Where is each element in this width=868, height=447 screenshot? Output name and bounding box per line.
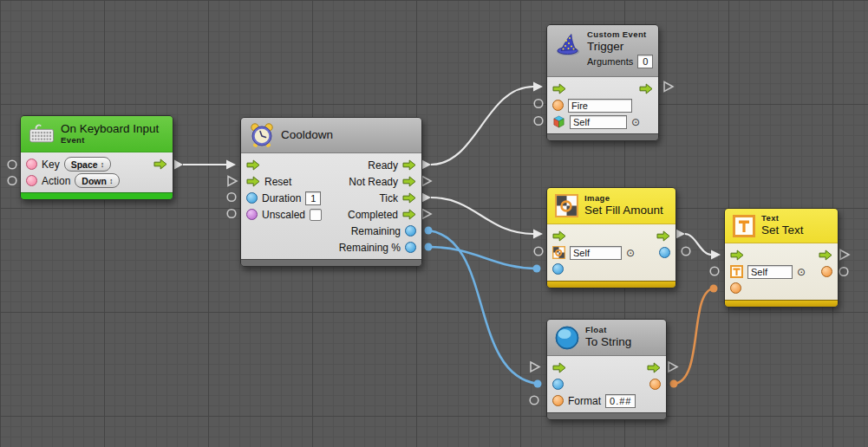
event-name-input[interactable]: Fire xyxy=(568,99,632,113)
tick-output-port[interactable] xyxy=(402,192,416,204)
event-name-port[interactable] xyxy=(552,100,564,111)
wire-ready-to-trigger[interactable] xyxy=(422,82,544,170)
updown-arrow-icon: ↕ xyxy=(109,177,114,185)
node-trigger-custom-event[interactable]: Custom Event Trigger Arguments 0 Fire xyxy=(546,24,659,141)
duration-input[interactable]: 1 xyxy=(305,191,321,205)
reset-input-port[interactable] xyxy=(246,176,260,187)
node-footer xyxy=(241,259,421,266)
flow-input-port[interactable] xyxy=(730,249,744,261)
node-title: Trigger xyxy=(587,40,653,54)
text-type-port-icon[interactable] xyxy=(730,265,743,278)
remaining-label: Remaining xyxy=(351,225,401,237)
node-category: Text xyxy=(761,214,804,224)
wire-remainingpct-to-setfill[interactable] xyxy=(425,243,541,273)
text-component-icon xyxy=(733,215,755,237)
flow-output-port[interactable] xyxy=(647,362,661,373)
remaining-pct-label: Remaining % xyxy=(339,242,401,254)
node-header[interactable]: On Keyboard Input Event xyxy=(21,116,173,152)
object-picker-icon[interactable]: ⊙ xyxy=(797,267,806,277)
target-input[interactable]: Self xyxy=(747,265,793,279)
result-output-port[interactable] xyxy=(659,247,670,258)
object-picker-icon[interactable]: ⊙ xyxy=(626,248,635,258)
arguments-label: Arguments xyxy=(587,56,633,68)
node-set-fill-amount[interactable]: Image Set Fill Amount Self xyxy=(546,187,676,288)
image-component-icon xyxy=(555,194,578,217)
graph-canvas[interactable]: On Keyboard Input Event Key Space↕ Actio… xyxy=(0,0,868,447)
action-port[interactable] xyxy=(26,175,37,186)
wire-tick-to-setfill[interactable] xyxy=(422,193,544,239)
node-footer xyxy=(21,192,173,199)
target-input[interactable]: Self xyxy=(570,246,622,260)
completed-output-port[interactable] xyxy=(402,209,416,220)
key-dropdown[interactable]: Space↕ xyxy=(64,157,111,172)
action-label: Action xyxy=(42,175,70,187)
duration-label: Duration xyxy=(262,192,301,204)
node-footer xyxy=(547,281,675,288)
node-header[interactable]: Float To String xyxy=(547,320,666,356)
wire-tostring-to-settext[interactable] xyxy=(670,285,718,388)
flow-output-port[interactable] xyxy=(656,230,670,242)
unscaled-checkbox[interactable] xyxy=(310,209,322,221)
flow-output-port[interactable] xyxy=(819,249,832,261)
key-label: Key xyxy=(42,159,60,171)
result-output-port[interactable] xyxy=(821,266,832,277)
duration-port[interactable] xyxy=(246,192,258,204)
node-header[interactable]: Text Set Text xyxy=(725,209,838,243)
node-title: Cooldown xyxy=(281,128,333,142)
float-input-port[interactable] xyxy=(552,379,564,390)
ready-output-port[interactable] xyxy=(402,159,416,171)
node-cooldown[interactable]: Cooldown Ready Reset Not Ready Duration … xyxy=(240,117,422,267)
action-dropdown[interactable]: Down↕ xyxy=(75,173,120,188)
tick-label: Tick xyxy=(379,192,398,204)
wire-keyboard-to-cooldown[interactable] xyxy=(174,160,236,170)
node-category: Custom Event xyxy=(587,30,653,40)
format-port[interactable] xyxy=(552,395,564,406)
node-footer xyxy=(547,412,666,419)
object-picker-icon[interactable]: ⊙ xyxy=(631,117,640,127)
node-header[interactable]: Custom Event Trigger Arguments 0 xyxy=(547,25,658,77)
unscaled-port[interactable] xyxy=(246,209,258,220)
node-set-text[interactable]: Text Set Text Self ⊙ xyxy=(724,208,839,308)
arguments-input[interactable]: 0 xyxy=(637,55,653,68)
alarm-clock-icon xyxy=(249,122,275,148)
wire-setfill-to-settext[interactable] xyxy=(676,230,721,260)
node-title: On Keyboard Input xyxy=(61,122,159,136)
image-type-port-icon[interactable] xyxy=(552,246,565,259)
node-category: Event xyxy=(61,136,159,146)
node-title: Set Text xyxy=(761,224,804,237)
gameobject-cube-icon[interactable] xyxy=(552,115,565,128)
flow-input-port[interactable] xyxy=(552,230,566,242)
completed-label: Completed xyxy=(348,209,398,221)
node-title: Set Fill Amount xyxy=(584,204,663,217)
format-input[interactable]: 0.## xyxy=(605,394,636,408)
reset-label: Reset xyxy=(264,176,291,188)
target-input[interactable]: Self xyxy=(570,115,627,129)
node-header[interactable]: Image Set Fill Amount xyxy=(547,188,675,224)
flow-output-port[interactable] xyxy=(153,159,167,170)
wire-remaining-to-tostring[interactable] xyxy=(425,227,542,388)
text-value-input-port[interactable] xyxy=(730,282,741,294)
node-on-keyboard-input[interactable]: On Keyboard Input Event Key Space↕ Actio… xyxy=(20,115,173,200)
ready-label: Ready xyxy=(368,159,398,172)
not-ready-output-port[interactable] xyxy=(402,176,416,187)
node-to-string[interactable]: Float To String Format 0.## xyxy=(546,319,667,420)
remaining-pct-output-port[interactable] xyxy=(405,242,416,253)
not-ready-label: Not Ready xyxy=(349,176,398,188)
keyboard-icon xyxy=(29,123,55,145)
updown-arrow-icon: ↕ xyxy=(101,160,105,169)
fill-amount-input-port[interactable] xyxy=(552,263,564,275)
flow-input-port[interactable] xyxy=(246,159,260,171)
unscaled-label: Unscaled xyxy=(262,209,305,221)
flow-input-port[interactable] xyxy=(552,83,566,94)
key-port[interactable] xyxy=(26,159,37,170)
node-footer xyxy=(547,133,658,140)
flow-output-port[interactable] xyxy=(639,83,653,94)
node-footer xyxy=(725,300,838,307)
remaining-output-port[interactable] xyxy=(405,225,416,236)
node-category: Float xyxy=(585,326,631,335)
node-header[interactable]: Cooldown xyxy=(241,118,421,153)
flow-input-port[interactable] xyxy=(552,362,566,373)
float-type-icon xyxy=(555,326,579,350)
string-output-port[interactable] xyxy=(649,379,661,390)
wizard-hat-icon xyxy=(555,33,581,56)
